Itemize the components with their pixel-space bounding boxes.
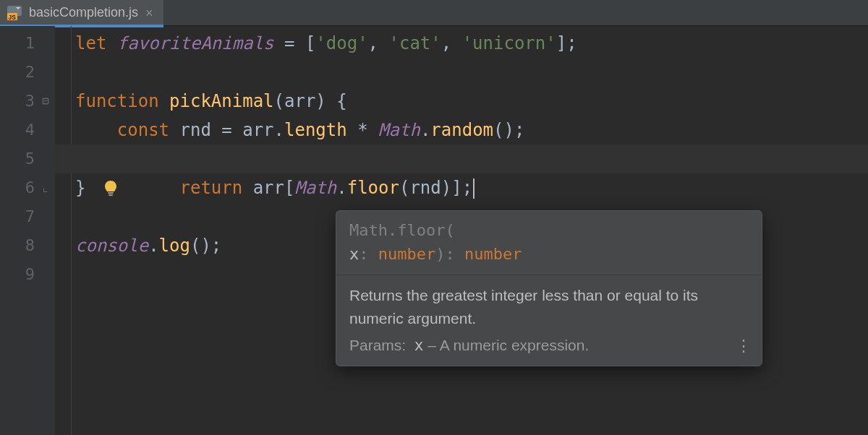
line-number: 1	[0, 29, 55, 58]
code-line[interactable]: ⊟function pickAnimal(arr) {	[55, 87, 868, 116]
code-line[interactable]: const rnd = arr.length * Math.random();	[55, 116, 868, 145]
code-line[interactable]: ⌞}	[55, 173, 868, 202]
line-number: 8	[0, 231, 55, 260]
tab-bar: JS basicCompletion.js ×	[0, 0, 868, 26]
js-file-icon: JS	[7, 6, 22, 20]
lightbulb-icon[interactable]	[17, 149, 36, 168]
code-line[interactable]: let favoriteAnimals = ['dog', 'cat', 'un…	[55, 29, 868, 58]
tab-close-icon[interactable]: ×	[145, 7, 153, 20]
popup-signature: Math.floor( x: number): number	[336, 211, 762, 275]
svg-text:JS: JS	[9, 13, 17, 20]
tab-filename: basicCompletion.js	[29, 5, 138, 20]
code-line[interactable]: return arr[Math.floor(rnd)];	[55, 145, 868, 173]
fold-end-icon[interactable]: ⌞	[42, 173, 49, 202]
code-line[interactable]	[55, 58, 868, 87]
parameter-info-popup: Math.floor( x: number): number Returns t…	[336, 210, 762, 366]
file-tab[interactable]: JS basicCompletion.js ×	[0, 0, 163, 25]
line-number: 2	[0, 58, 55, 87]
line-number: 4	[0, 116, 55, 145]
popup-params: Params: x – A numeric expression.	[336, 337, 762, 366]
popup-more-icon[interactable]: ⋮	[736, 337, 752, 356]
popup-doc: Returns the greatest integer less than o…	[336, 275, 762, 337]
editor: 1 2 3 4 5 6 7 8 9 let favoriteAnimals = …	[0, 26, 868, 435]
line-number: 9	[0, 260, 55, 289]
fold-start-icon[interactable]: ⊟	[42, 87, 49, 116]
